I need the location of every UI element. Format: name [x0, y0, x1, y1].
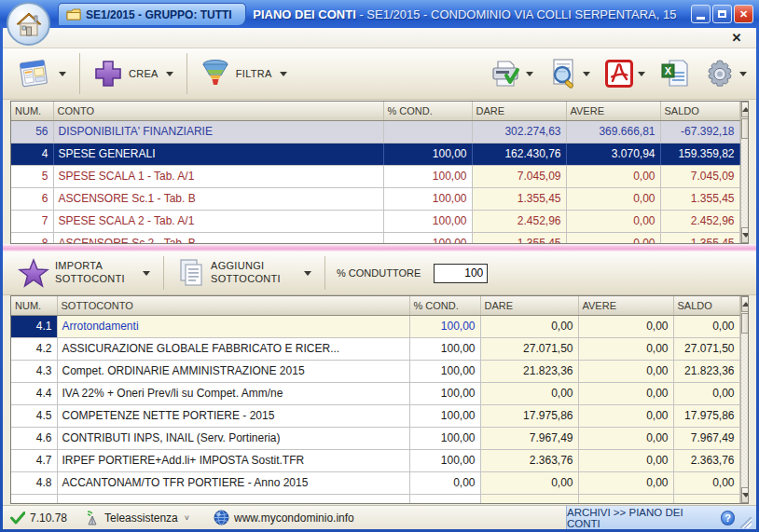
col-header-cond[interactable]: % COND.	[383, 102, 472, 120]
cell-avere: 0,00	[578, 427, 673, 449]
cell-avere: 3.070,94	[566, 143, 660, 165]
aggiungi-dropdown-arrow[interactable]	[304, 271, 311, 276]
cell-dare: 0,00	[480, 315, 578, 337]
report-window-icon	[18, 58, 51, 89]
table-row[interactable]: 4.7IRPEF PORTIERE+Add.li+ IMPOSTA Sostit…	[11, 449, 739, 471]
check-icon	[10, 512, 25, 525]
pdf-dropdown-arrow[interactable]	[638, 72, 645, 76]
scrollbar-track[interactable]	[741, 139, 750, 227]
table-row[interactable]: 4SPESE GENERALI100,00162.430,763.070,941…	[11, 143, 739, 165]
reports-menu-button[interactable]	[12, 55, 72, 92]
website-link[interactable]: www.mycondominio.info	[234, 512, 354, 525]
arrow-down-icon	[742, 233, 750, 238]
pdf-icon	[605, 60, 633, 88]
globe-icon	[214, 510, 229, 525]
cell-saldo: 7.967,49	[673, 427, 739, 449]
cell-saldo: -67.392,18	[660, 120, 739, 143]
scroll-up-button[interactable]	[741, 102, 750, 117]
resize-grip[interactable]	[740, 517, 752, 528]
table-row[interactable]: 4.4IVA 22% + Oneri Prev/li su Compet. Am…	[11, 382, 739, 404]
col-header-saldo[interactable]: SALDO	[673, 296, 739, 315]
cell-dare: 1.355,45	[472, 232, 566, 244]
filtra-button[interactable]: FILTRA	[195, 56, 293, 91]
main-toolbar: CREA FILTRA	[3, 48, 756, 100]
col-header-avere[interactable]: AVERE	[566, 102, 660, 120]
group-tab-label: SE1/2015 - GRUPPO: TUTTI	[86, 8, 232, 21]
maximize-button[interactable]	[712, 5, 732, 23]
home-button[interactable]	[7, 2, 50, 46]
cell-dare: 2.363,76	[480, 449, 578, 471]
reports-dropdown-arrow[interactable]	[59, 72, 66, 76]
table-row[interactable]: 4.8ACCANTONAM/TO TFR PORTIERE - Anno 201…	[11, 471, 739, 494]
pdf-export-button[interactable]	[601, 58, 649, 89]
conduttore-input[interactable]	[434, 264, 488, 283]
print-dropdown-arrow[interactable]	[526, 72, 533, 76]
cell-num	[11, 494, 57, 504]
scrollbar-track[interactable]	[741, 334, 750, 487]
table-row[interactable]: 56DISPONIBILITA' FINANZIARIE302.274,6336…	[11, 120, 739, 143]
scrollbar-thumb[interactable]	[741, 118, 750, 139]
aggiungi-sottoconti-button[interactable]: AGGIUNGI SOTTOCONTI	[172, 255, 317, 291]
col-header-conto[interactable]: CONTO	[53, 102, 383, 120]
filtra-dropdown-arrow[interactable]	[280, 72, 287, 76]
scroll-down-button[interactable]	[741, 227, 750, 243]
table-row[interactable]: 7SPESE SCALA 2 - Tab. A/1100,002.452,960…	[11, 210, 739, 232]
table-row[interactable]: 4.5COMPETENZE NETTE PORTIERE - 2015100,0…	[11, 404, 739, 427]
teleassistenza-chevron-icon[interactable]: ˅	[185, 513, 189, 523]
table-row[interactable]: 4.3Compet. ORDINARIE AMMINISTRAZIONE 201…	[11, 360, 739, 382]
crea-dropdown-arrow[interactable]	[166, 72, 173, 76]
table-row[interactable]: 4.2ASSICURAZIONE GLOBALE FABBRICATO E RI…	[11, 337, 739, 360]
col-header-num[interactable]: NUM.	[11, 296, 57, 315]
col-header-num[interactable]: NUM.	[11, 102, 53, 120]
preview-button[interactable]	[545, 56, 594, 91]
col-header-avere[interactable]: AVERE	[578, 296, 673, 315]
accounts-table: NUM. CONTO % COND. DARE AVERE SALDO 56DI…	[11, 102, 740, 244]
panel-close-button[interactable]: ✕	[726, 31, 747, 45]
col-header-saldo[interactable]: SALDO	[660, 102, 739, 120]
toolbar-separator	[186, 53, 187, 94]
importa-dropdown-arrow[interactable]	[143, 271, 150, 276]
table-row[interactable]: 6ASCENSORE Sc.1 - Tab. B100,001.355,450,…	[11, 187, 739, 210]
aggiungi-label: AGGIUNGI SOTTOCONTI	[211, 260, 297, 286]
crea-button[interactable]: CREA	[88, 56, 179, 91]
importa-sottoconti-button[interactable]: IMPORTA SOTTOCONTI	[12, 255, 156, 291]
accounts-scrollbar[interactable]	[740, 102, 750, 243]
cell-saldo: 0,00	[673, 382, 739, 404]
col-header-cond[interactable]: % COND.	[409, 296, 480, 315]
table-row[interactable]: 4.6CONTRIBUTI INPS, INAIL (Serv. Portine…	[11, 427, 739, 449]
cell-cond: 100,00	[409, 382, 480, 404]
print-button[interactable]	[486, 57, 537, 90]
col-header-dare[interactable]: DARE	[480, 296, 578, 315]
settings-button[interactable]	[701, 57, 751, 90]
help-icon[interactable]: ?	[721, 511, 736, 525]
scroll-down-button[interactable]	[741, 487, 750, 503]
col-header-dare[interactable]: DARE	[472, 102, 566, 120]
statusbar: 7.10.78 Teleassistenza ˅ www.mycondomini…	[3, 505, 756, 529]
close-button[interactable]: ✕	[734, 5, 753, 23]
teleassistenza-label[interactable]: Teleassistenza	[104, 512, 178, 525]
cell-cond	[383, 120, 472, 143]
scroll-up-button[interactable]	[741, 296, 750, 312]
antenna-icon	[84, 511, 100, 525]
cell-dare: 21.823,36	[480, 360, 578, 382]
version-label: 7.10.78	[30, 512, 67, 525]
col-header-sottoconto[interactable]: SOTTOCONTO	[57, 296, 409, 315]
scrollbar-thumb[interactable]	[741, 313, 750, 334]
table-row[interactable]: 4.1Arrotondamenti100,000,000,000,00	[11, 315, 739, 337]
cell-avere: 369.666,81	[566, 120, 660, 143]
cell-num: 6	[11, 187, 53, 210]
cell-dare: 0,00	[480, 471, 578, 494]
settings-dropdown-arrow[interactable]	[739, 72, 747, 76]
subaccounts-scrollbar[interactable]	[740, 296, 750, 503]
minimize-button[interactable]	[691, 5, 711, 23]
group-tab[interactable]: SE1/2015 - GRUPPO: TUTTI	[58, 3, 246, 25]
cell-avere: 0,00	[578, 404, 673, 427]
cell-dare: 162.430,76	[472, 143, 566, 165]
table-row[interactable]: 8ASCENSORE Sc.2 - Tab. B100,001.355,450,…	[11, 232, 739, 244]
table-row[interactable]: 5SPESE SCALA 1 - Tab. A/1100,007.045,090…	[11, 165, 739, 187]
excel-export-button[interactable]: X	[656, 57, 694, 90]
gear-icon	[705, 59, 735, 89]
preview-dropdown-arrow[interactable]	[583, 72, 590, 76]
cell-conto: DISPONIBILITA' FINANZIARIE	[53, 120, 383, 143]
cell-cond: 100,00	[383, 232, 472, 244]
